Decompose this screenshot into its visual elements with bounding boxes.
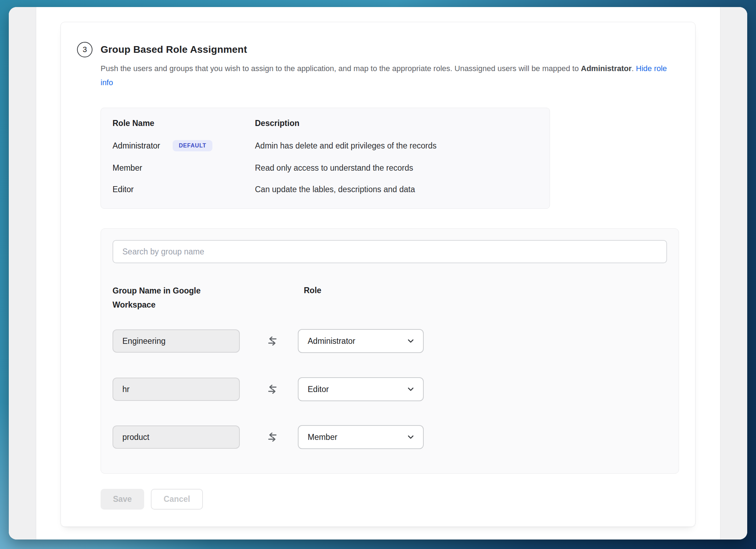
- search-input[interactable]: [113, 240, 667, 263]
- swap-arrows-icon: [266, 335, 278, 347]
- page-gutter-right: [720, 7, 747, 539]
- role-select-value: Administrator: [308, 336, 355, 346]
- default-badge: DEFAULT: [173, 140, 212, 151]
- page-title: Group Based Role Assignment: [101, 44, 247, 55]
- role-select-value: Member: [308, 433, 337, 442]
- app-window: 3 Group Based Role Assignment Push the u…: [9, 7, 747, 539]
- role-name: Member: [113, 163, 142, 173]
- chevron-down-icon: [406, 433, 415, 442]
- page-gutter-left: [9, 7, 36, 539]
- description-column-header: Description: [255, 119, 538, 128]
- role-select[interactable]: Member: [298, 425, 424, 449]
- group-name-column-header: Group Name in Google Workspace: [113, 284, 225, 312]
- role-description: Admin has delete and edit privileges of …: [255, 141, 538, 151]
- role-select-value: Editor: [308, 385, 329, 394]
- swap-arrows-icon: [266, 383, 278, 395]
- table-row: Member Read only access to understand th…: [113, 158, 538, 179]
- description-text: Push the users and groups that you wish …: [101, 64, 581, 73]
- table-row: Editor Can update the lables, descriptio…: [113, 179, 538, 201]
- group-name-field[interactable]: [113, 329, 240, 353]
- mapping-row-hr: Editor: [113, 377, 667, 401]
- role-select[interactable]: Administrator: [298, 329, 424, 353]
- roles-table-header-row: Role Name Description: [113, 116, 538, 134]
- role-name: Administrator: [113, 141, 160, 151]
- save-button[interactable]: Save: [101, 489, 144, 510]
- group-role-assignment-card: 3 Group Based Role Assignment Push the u…: [60, 22, 696, 527]
- role-description: Can update the lables, descriptions and …: [255, 185, 538, 194]
- role-select[interactable]: Editor: [298, 377, 424, 401]
- role-name-column-header: Role Name: [113, 119, 255, 128]
- form-actions: Save Cancel: [101, 489, 203, 510]
- section-description: Push the users and groups that you wish …: [101, 62, 670, 90]
- step-number-badge: 3: [77, 42, 92, 57]
- group-name-field[interactable]: [113, 425, 240, 449]
- roles-info-table: Role Name Description Administrator DEFA…: [101, 108, 550, 209]
- mapping-row-engineering: Administrator: [113, 329, 667, 353]
- cancel-button[interactable]: Cancel: [151, 489, 203, 510]
- step-number: 3: [83, 45, 87, 54]
- description-period: .: [632, 64, 636, 73]
- role-column-header: Role: [304, 286, 321, 295]
- swap-arrows-icon: [266, 431, 278, 443]
- table-row: Administrator DEFAULT Admin has delete a…: [113, 134, 538, 158]
- role-name: Editor: [113, 185, 134, 194]
- chevron-down-icon: [406, 336, 415, 346]
- mapping-row-product: Member: [113, 425, 667, 449]
- group-mapping-panel: Group Name in Google Workspace Role Admi…: [101, 228, 679, 474]
- chevron-down-icon: [406, 385, 415, 394]
- group-name-field[interactable]: [113, 378, 240, 401]
- description-default-role: Administrator: [581, 64, 632, 73]
- role-description: Read only access to understand the recor…: [255, 163, 538, 173]
